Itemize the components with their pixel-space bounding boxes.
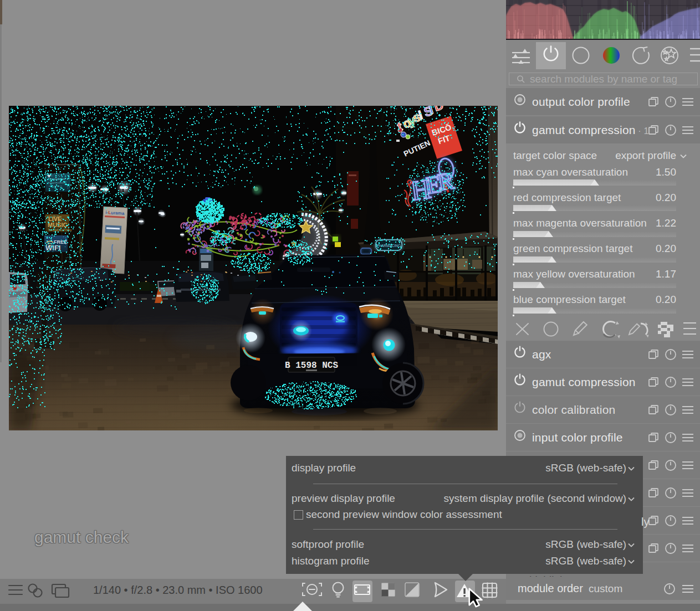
svg-text:i-Lurama: i-Lurama	[105, 210, 125, 216]
svg-text:B 1598 NCS: B 1598 NCS	[285, 361, 338, 371]
